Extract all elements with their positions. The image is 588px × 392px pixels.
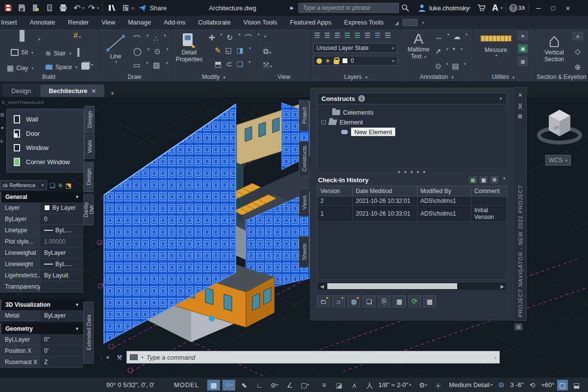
undo-icon[interactable]: ↶ xyxy=(71,2,83,14)
property-row-bylayer[interactable]: ByLayer 0 xyxy=(0,214,83,225)
info-icon[interactable]: i xyxy=(358,95,365,102)
command-input[interactable] xyxy=(147,354,490,361)
steering-wheel-icon[interactable]: ⊞ xyxy=(514,323,522,330)
quick-calc-icon[interactable]: ▣ xyxy=(518,44,528,53)
palette-item-window[interactable]: Window xyxy=(7,141,84,155)
layers-panel-label[interactable]: Layers ▼ xyxy=(311,74,401,80)
column-header-comment[interactable]: Comment xyxy=(471,186,507,196)
properties-tab-extended-data[interactable]: Extended Data xyxy=(83,302,94,364)
palette-item-door[interactable]: Door xyxy=(7,126,84,141)
elevation-mark-icon[interactable]: ◇ xyxy=(575,47,581,56)
navigator-tab-sheets[interactable]: Sheets xyxy=(299,236,309,268)
property-row-position-z[interactable]: Rusemaot X Z xyxy=(0,357,83,368)
layer-match-icon[interactable]: ☰ xyxy=(365,31,371,39)
viewport-controls-label[interactable]: E_noorITtwestLoctl xyxy=(2,100,44,105)
layer-freeze-icon[interactable]: ☰ xyxy=(344,31,351,39)
snap-mode-button[interactable]: ⁘▾ xyxy=(222,380,235,391)
quick-select-icon[interactable]: ➤ xyxy=(518,31,528,40)
palette-tab-walls[interactable]: Walls xyxy=(84,134,95,159)
preview-icon[interactable]: ⧉ xyxy=(490,176,498,183)
arc-tool-button[interactable]: ⌒▾∴▾ xyxy=(133,33,166,44)
auto-hide-icon[interactable]: )( xyxy=(518,100,522,111)
window-assembly-button[interactable]: #▾ xyxy=(74,31,81,40)
annotation-panel-label[interactable]: Annolatton ▼ xyxy=(402,74,472,80)
new-element-rename-field[interactable]: New Element xyxy=(351,127,395,136)
space-tool-button[interactable]: Space▾ xyxy=(45,64,77,71)
scroll-right-icon[interactable]: ▶ xyxy=(498,282,507,290)
utilities-panel-label[interactable]: Uilllies ▼ xyxy=(473,74,535,80)
close-button[interactable]: × xyxy=(561,2,575,14)
horizontal-section-icon[interactable]: ≑ xyxy=(572,32,583,40)
explode-tool-button[interactable]: ⬒⊂❏▾ xyxy=(215,60,250,69)
settings-grid-button[interactable]: ▩ xyxy=(423,295,436,307)
close-panel-icon[interactable]: × xyxy=(518,90,522,100)
annotation-monitor-button[interactable]: ＋ xyxy=(432,380,444,391)
ortho-mode-button[interactable]: ∟ xyxy=(253,380,266,391)
new-element-button[interactable]: ◍✦ xyxy=(347,295,360,307)
user-name[interactable]: luke.cholmsky xyxy=(429,4,469,12)
property-row-transparency[interactable]: Transparency xyxy=(0,281,83,293)
qat-dropdown-icon[interactable]: ≂ xyxy=(131,5,135,11)
build-panel-label[interactable]: Build xyxy=(0,74,98,80)
general-section-header[interactable]: General▼ xyxy=(0,192,83,202)
layer-merge-icon[interactable]: ☰ xyxy=(385,31,391,39)
search-input[interactable] xyxy=(298,3,399,13)
plot-button[interactable]: ⎘ xyxy=(378,295,391,307)
new-construct-button[interactable]: ⌂✦ xyxy=(332,295,345,307)
command-close-icon[interactable]: × xyxy=(103,354,113,361)
command-line-grip[interactable]: ⁞ xyxy=(100,355,101,360)
tree-node-element[interactable]: − Element xyxy=(321,117,503,127)
navigator-tab-views[interactable]: Views xyxy=(299,188,309,217)
named-views-button[interactable]: ⧉▾ xyxy=(263,47,271,56)
collapse-icon[interactable]: − xyxy=(321,120,326,124)
dimension-tool-button[interactable]: ↔▾☁▾ xyxy=(435,32,467,41)
lineweight-display-button[interactable]: ≡ xyxy=(318,380,330,391)
drawing-utility-icon[interactable] xyxy=(105,2,118,14)
publish-icon[interactable] xyxy=(43,2,56,14)
command-customize-icon[interactable]: ⚒ xyxy=(115,354,124,361)
close-tab-icon[interactable]: ✕ xyxy=(91,88,96,95)
model-space-button[interactable]: MODEL xyxy=(174,381,199,389)
multiline-text-button[interactable]: A Maltiime Text ▾ xyxy=(404,31,433,60)
annotation-visibility-button[interactable]: ⋏ xyxy=(348,380,361,391)
ribbon-tab-manage[interactable]: Manage xyxy=(122,16,157,29)
undo-dropdown-icon[interactable]: ▾ xyxy=(82,6,84,10)
slab-tool-button[interactable]: Sit▾ xyxy=(11,49,33,56)
column-header-version[interactable]: Version xyxy=(318,186,353,196)
search-icon[interactable] xyxy=(399,2,412,14)
layer-state-combobox[interactable]: Unused Layer State▾ xyxy=(313,43,397,53)
minimize-button[interactable]: ─ xyxy=(532,2,545,14)
command-recent-icon[interactable] xyxy=(130,354,138,360)
edge-anchor-icon[interactable]: ✦ xyxy=(0,125,4,131)
geometry-section-header[interactable]: Geometry▼ xyxy=(0,323,83,334)
scrollbar-thumb[interactable] xyxy=(327,283,457,289)
wall-dropdown-icon[interactable]: ▾ xyxy=(38,37,40,42)
transparency-button[interactable]: ◪ xyxy=(333,380,345,391)
share-label[interactable]: Share xyxy=(149,4,167,12)
draw-panel-label[interactable]: Draw xyxy=(98,74,171,80)
modify-panel-label[interactable]: Modtty ▼ xyxy=(172,74,257,80)
detail-properties-button[interactable]: Detail Properties xyxy=(173,32,205,63)
leader-tool-button[interactable]: ↗▾ꜛ▾ xyxy=(435,47,463,56)
navigator-tab-constructs[interactable]: Constructs xyxy=(299,141,309,176)
property-row-lineweight[interactable]: Lineweight ByL.... xyxy=(0,259,83,270)
select-objects-icon[interactable]: ✳ xyxy=(58,182,63,189)
centerline-tool-button[interactable]: ⊙▾▤▾ xyxy=(435,62,466,71)
move-tool-button[interactable]: ✛▾↻▾⌒▾ xyxy=(209,32,259,43)
plot-icon[interactable] xyxy=(57,2,70,14)
property-row-geom-bylayer[interactable]: ByLLayer 0" xyxy=(0,334,83,345)
new-tab-button[interactable]: + xyxy=(105,89,119,97)
coordinates-display[interactable]: 90° 0 5/32", 0', 0' xyxy=(96,381,165,389)
vertical-section-button[interactable]: ⌂ Vertical Section xyxy=(538,31,570,63)
autodesk-dropdown-icon[interactable]: ▾ xyxy=(501,6,503,10)
section-mark-icon[interactable]: ⊕ xyxy=(575,63,581,72)
toggle-pickadd-icon[interactable]: ⬔ xyxy=(66,182,72,189)
layer-color-swatch[interactable] xyxy=(342,58,348,64)
property-row-hyperlink[interactable]: Ligehnderict... By Layuit xyxy=(0,270,83,281)
tree-node-new-element[interactable]: New Element xyxy=(321,127,503,137)
view-panel-label[interactable]: View xyxy=(257,74,311,80)
refresh-button[interactable]: ⟳ xyxy=(408,295,421,307)
panel-properties-icon[interactable]: ⚙ xyxy=(517,111,523,122)
layer-thaw-icon[interactable]: ☀ xyxy=(325,57,331,65)
palette-item-wall[interactable]: Wall xyxy=(7,112,84,126)
